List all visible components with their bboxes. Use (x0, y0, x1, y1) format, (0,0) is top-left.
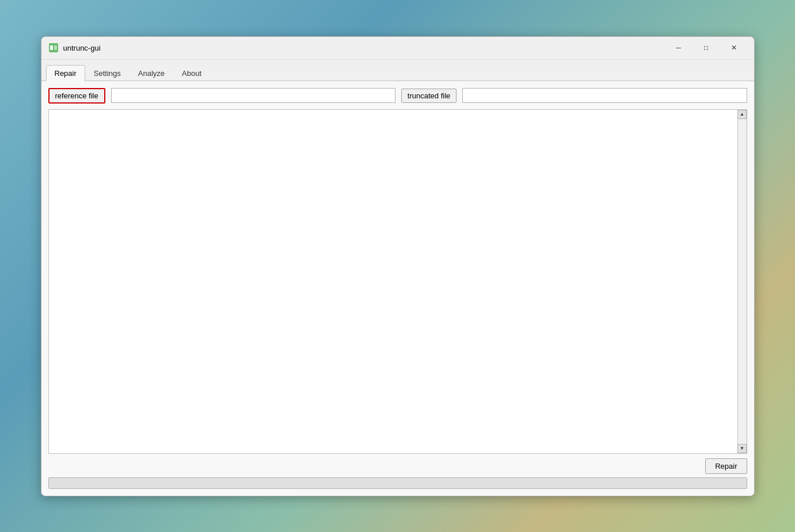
tab-settings[interactable]: Settings (85, 65, 130, 81)
minimize-button[interactable]: ─ (665, 39, 692, 56)
progress-bar-wrapper (48, 477, 747, 489)
log-area[interactable] (49, 110, 737, 453)
content-area: reference file truncated file ▲ ▼ Repair (41, 81, 754, 496)
tab-analyze[interactable]: Analyze (130, 65, 173, 81)
tab-bar: Repair Settings Analyze About (41, 60, 754, 81)
bottom-bar: Repair (48, 454, 747, 477)
truncated-file-input[interactable] (462, 88, 747, 103)
app-window: untrunc-gui ─ □ ✕ Repair Settings Analyz… (41, 36, 755, 496)
repair-button[interactable]: Repair (705, 458, 747, 474)
app-icon (48, 43, 59, 53)
scrollbar-track: ▲ ▼ (737, 110, 747, 453)
title-bar: untrunc-gui ─ □ ✕ (41, 37, 754, 60)
close-button[interactable]: ✕ (721, 39, 747, 56)
scroll-up-button[interactable]: ▲ (737, 110, 747, 119)
truncated-file-button[interactable]: truncated file (401, 89, 457, 103)
file-row: reference file truncated file (48, 88, 747, 104)
svg-rect-1 (50, 45, 53, 50)
window-controls: ─ □ ✕ (665, 39, 747, 56)
log-area-wrapper: ▲ ▼ (48, 109, 747, 454)
svg-rect-2 (54, 45, 57, 50)
tab-repair[interactable]: Repair (46, 65, 85, 81)
reference-file-input[interactable] (111, 88, 395, 103)
maximize-button[interactable]: □ (693, 39, 720, 56)
tab-about[interactable]: About (173, 65, 210, 81)
reference-file-button[interactable]: reference file (48, 88, 105, 104)
scrollbar-thumb[interactable] (738, 119, 747, 444)
window-title: untrunc-gui (63, 44, 665, 52)
scroll-down-button[interactable]: ▼ (737, 444, 747, 453)
